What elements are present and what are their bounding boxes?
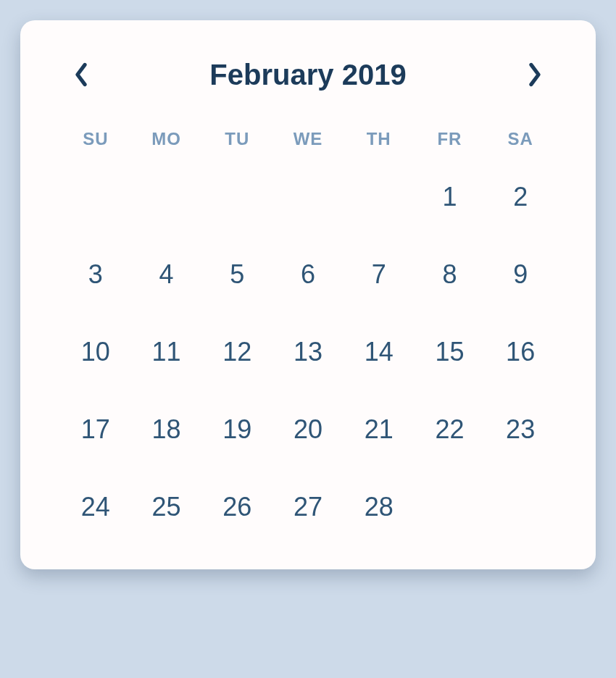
weekday-label: We [272, 129, 344, 149]
weekday-label: Fr [415, 129, 486, 149]
day-cell[interactable]: 20 [272, 411, 344, 448]
weekday-label: Tu [201, 129, 272, 149]
day-cell[interactable]: 9 [485, 256, 556, 293]
day-cell[interactable]: 5 [201, 256, 272, 293]
day-cell[interactable]: 2 [485, 178, 556, 216]
day-cell[interactable]: 13 [272, 333, 344, 371]
day-cell[interactable]: 23 [485, 411, 556, 448]
day-cell[interactable]: 25 [131, 488, 202, 526]
day-cell[interactable]: 1 [415, 178, 486, 216]
day-cell-empty [131, 178, 202, 216]
day-cell[interactable]: 16 [485, 333, 556, 371]
day-cell[interactable]: 7 [344, 256, 415, 293]
prev-month-button[interactable] [67, 56, 95, 93]
day-cell[interactable]: 15 [415, 333, 486, 371]
weekday-label: Th [344, 129, 415, 149]
day-cell[interactable]: 3 [60, 256, 131, 293]
day-cell-empty [60, 178, 131, 216]
day-cell[interactable]: 24 [60, 488, 131, 526]
day-cell[interactable]: 18 [131, 411, 202, 448]
day-cell-empty [485, 488, 556, 526]
days-grid: 1 2 3 4 5 6 7 8 9 10 11 12 13 14 15 16 1… [60, 178, 556, 526]
day-cell[interactable]: 14 [344, 333, 415, 371]
chevron-right-icon [527, 62, 543, 87]
day-cell[interactable]: 10 [60, 333, 131, 371]
weekday-label: Sa [485, 129, 556, 149]
day-cell[interactable]: 27 [272, 488, 344, 526]
weekday-label: Mo [131, 129, 202, 149]
calendar-card: February 2019 Su Mo Tu We Th Fr Sa 1 2 3… [20, 20, 596, 569]
month-year-title: February 2019 [209, 59, 406, 91]
day-cell-empty [344, 178, 415, 216]
day-cell-empty [201, 178, 272, 216]
day-cell[interactable]: 17 [60, 411, 131, 448]
day-cell[interactable]: 19 [201, 411, 272, 448]
day-cell[interactable]: 11 [131, 333, 202, 371]
next-month-button[interactable] [521, 56, 549, 93]
day-cell[interactable]: 8 [415, 256, 486, 293]
day-cell-empty [272, 178, 344, 216]
weekday-label: Su [60, 129, 131, 149]
day-cell[interactable]: 21 [344, 411, 415, 448]
chevron-left-icon [73, 62, 89, 87]
day-cell[interactable]: 26 [201, 488, 272, 526]
day-cell[interactable]: 22 [415, 411, 486, 448]
day-cell-empty [415, 488, 486, 526]
weekday-header-row: Su Mo Tu We Th Fr Sa [60, 129, 556, 149]
day-cell[interactable]: 12 [201, 333, 272, 371]
day-cell[interactable]: 4 [131, 256, 202, 293]
day-cell[interactable]: 6 [272, 256, 344, 293]
day-cell[interactable]: 28 [344, 488, 415, 526]
calendar-header: February 2019 [60, 56, 556, 93]
